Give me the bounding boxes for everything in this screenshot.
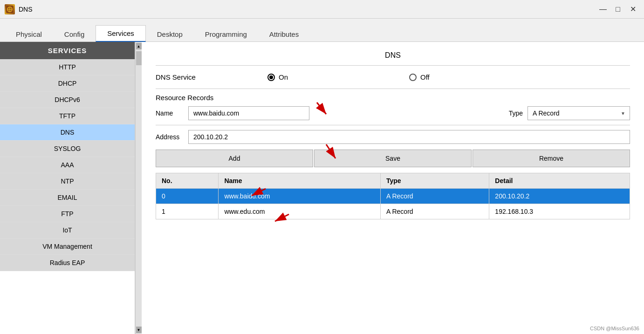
radio-off[interactable]: Off <box>409 73 430 81</box>
address-row: Address <box>156 130 630 144</box>
sidebar-scrollbar[interactable]: ▲ ▼ <box>135 42 142 334</box>
name-type-row: Name Type A Record AAAA Record CNAME Rec… <box>156 106 630 120</box>
col-header-type: Type <box>381 173 489 189</box>
remove-button[interactable]: Remove <box>473 150 630 167</box>
sidebar-item-iot[interactable]: IoT <box>0 222 135 239</box>
col-header-detail: Detail <box>489 173 630 189</box>
maximize-button[interactable]: □ <box>611 3 624 16</box>
radio-on-circle <box>267 74 275 81</box>
cell-no-1: 1 <box>156 204 219 219</box>
content-area: DNS DNS Service On Off Resource Records … <box>142 42 644 334</box>
type-select-wrapper: A Record AAAA Record CNAME Record MX Rec… <box>528 106 630 120</box>
dns-service-radio-group: On Off <box>267 73 430 81</box>
close-button[interactable]: ✕ <box>626 3 639 16</box>
name-input[interactable] <box>188 106 309 120</box>
cell-detail-1: 192.168.10.3 <box>489 204 630 219</box>
divider-3 <box>156 125 630 125</box>
radio-off-label: Off <box>420 73 430 81</box>
tab-programming[interactable]: Programming <box>194 27 258 42</box>
cell-detail-0: 200.10.20.2 <box>489 189 630 204</box>
window-title: DNS <box>19 6 596 13</box>
sidebar-item-http[interactable]: HTTP <box>0 59 135 75</box>
cell-no-0: 0 <box>156 189 219 204</box>
tab-attributes[interactable]: Attributes <box>258 27 310 42</box>
add-button[interactable]: Add <box>156 150 313 167</box>
dns-section-title: DNS <box>156 51 630 60</box>
minimize-button[interactable]: — <box>596 3 610 16</box>
records-table: No. Name Type Detail 0 www.baidu.com A R… <box>156 173 630 219</box>
sidebar-item-email[interactable]: EMAIL <box>0 190 135 206</box>
radio-on[interactable]: On <box>267 73 288 81</box>
cell-name-1: www.edu.com <box>219 204 381 219</box>
dns-service-row: DNS Service On Off <box>156 73 630 81</box>
resource-records-label: Resource Records <box>156 94 630 102</box>
sidebar-item-vm-management[interactable]: VM Management <box>0 239 135 255</box>
tab-config[interactable]: Config <box>53 27 96 42</box>
main-layout: SERVICES HTTP DHCP DHCPv6 TFTP DNS SYSLO… <box>0 42 644 334</box>
watermark: CSDN @MissSun636 <box>590 326 639 331</box>
sidebar-item-radius-eap[interactable]: Radius EAP <box>0 255 135 271</box>
name-field-label: Name <box>156 109 184 117</box>
type-field-label: Type <box>509 109 523 117</box>
titlebar: DNS — □ ✕ <box>0 0 644 19</box>
sidebar-item-ftp[interactable]: FTP <box>0 206 135 222</box>
cell-type-1: A Record <box>381 204 489 219</box>
cell-type-0: A Record <box>381 189 489 204</box>
app-icon <box>5 4 15 14</box>
dns-service-label: DNS Service <box>156 73 221 81</box>
radio-on-label: On <box>279 73 288 81</box>
window-controls: — □ ✕ <box>596 3 639 16</box>
divider-1 <box>156 65 630 66</box>
address-input[interactable] <box>188 130 630 144</box>
sidebar: SERVICES HTTP DHCP DHCPv6 TFTP DNS SYSLO… <box>0 42 135 334</box>
sidebar-item-dhcpv6[interactable]: DHCPv6 <box>0 92 135 108</box>
tab-bar: Physical Config Services Desktop Program… <box>0 19 644 42</box>
address-field-label: Address <box>156 133 184 141</box>
table-row[interactable]: 1 www.edu.com A Record 192.168.10.3 <box>156 204 630 219</box>
sidebar-item-dns[interactable]: DNS <box>0 124 135 141</box>
action-buttons: Add Save Remove <box>156 150 630 167</box>
sidebar-item-tftp[interactable]: TFTP <box>0 108 135 124</box>
tab-desktop[interactable]: Desktop <box>146 27 194 42</box>
radio-off-circle <box>409 74 417 81</box>
cell-name-0: www.baidu.com <box>219 189 381 204</box>
sidebar-item-aaa[interactable]: AAA <box>0 157 135 173</box>
tab-physical[interactable]: Physical <box>5 27 53 42</box>
table-header-row: No. Name Type Detail <box>156 173 630 189</box>
sidebar-item-dhcp[interactable]: DHCP <box>0 75 135 92</box>
sidebar-item-syslog[interactable]: SYSLOG <box>0 141 135 157</box>
col-header-no: No. <box>156 173 219 189</box>
sidebar-item-ntp[interactable]: NTP <box>0 173 135 190</box>
divider-2 <box>156 89 630 89</box>
table-row[interactable]: 0 www.baidu.com A Record 200.10.20.2 <box>156 189 630 204</box>
save-button[interactable]: Save <box>314 150 472 167</box>
tab-services[interactable]: Services <box>96 25 146 42</box>
type-select[interactable]: A Record AAAA Record CNAME Record MX Rec… <box>528 106 630 120</box>
col-header-name: Name <box>219 173 381 189</box>
sidebar-header: SERVICES <box>0 42 135 59</box>
